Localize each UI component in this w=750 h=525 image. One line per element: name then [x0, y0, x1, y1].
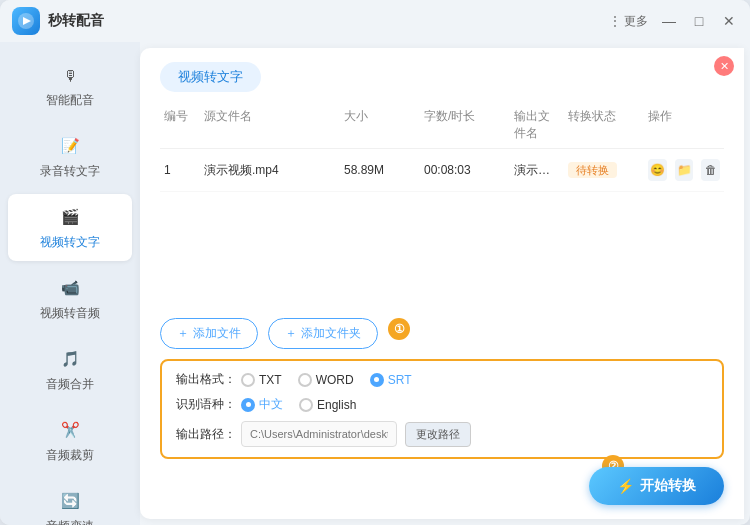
sidebar-label-video-to-audio: 视频转音频: [40, 305, 100, 322]
txt-label: TXT: [259, 373, 282, 387]
add-file-button[interactable]: ＋ 添加文件: [160, 318, 258, 349]
format-txt[interactable]: TXT: [241, 373, 282, 387]
srt-radio[interactable]: [370, 373, 384, 387]
status-badge: 待转换: [568, 162, 617, 178]
cell-duration: 00:08:03: [420, 163, 510, 177]
action-icons-group: 😊 📁 🗑: [648, 159, 720, 181]
settings-format-row: 输出格式： TXT WORD SRT: [176, 371, 708, 388]
window-close-button[interactable]: ✕: [720, 12, 738, 30]
sidebar-label-audio-merge: 音频合并: [46, 376, 94, 393]
titlebar-controls: ⋮ 更多 — □ ✕: [609, 12, 738, 30]
ai-dubbing-icon: 🎙: [57, 62, 83, 88]
active-tab[interactable]: 视频转文字: [160, 62, 261, 92]
lang-radio-group: 中文 English: [241, 396, 356, 413]
lang-label: 识别语种：: [176, 396, 241, 413]
add-folder-plus-icon: ＋: [285, 325, 297, 342]
settings-panel: 输出格式： TXT WORD SRT: [160, 359, 724, 459]
sidebar-item-audio-trim[interactable]: ✂️ 音频裁剪: [8, 407, 132, 474]
cell-actions: 😊 📁 🗑: [644, 159, 724, 181]
add-folder-button[interactable]: ＋ 添加文件夹: [268, 318, 378, 349]
add-file-plus-icon: ＋: [177, 325, 189, 342]
content-header: 视频转文字: [140, 48, 744, 92]
chinese-label: 中文: [259, 396, 283, 413]
table-area: 编号 源文件名 大小 字数/时长 输出文件名 转换状态 操作 1 演示视频.mp…: [140, 92, 744, 310]
cell-id: 1: [160, 163, 200, 177]
col-header-actions: 操作: [644, 108, 724, 142]
english-label: English: [317, 398, 356, 412]
col-header-source: 源文件名: [200, 108, 340, 142]
start-label: 开始转换: [640, 477, 696, 495]
col-header-size: 大小: [340, 108, 420, 142]
settings-lang-row: 识别语种： 中文 English: [176, 396, 708, 413]
srt-label: SRT: [388, 373, 412, 387]
badge-1: ①: [388, 318, 410, 340]
cell-status: 待转换: [564, 163, 644, 178]
more-icon: ⋮: [609, 14, 621, 28]
txt-radio[interactable]: [241, 373, 255, 387]
app-window: 秒转配音 ⋮ 更多 — □ ✕ 🎙 智能配音 📝 录音转文字 🎬 视频转: [0, 0, 750, 525]
col-header-duration: 字数/时长: [420, 108, 510, 142]
sidebar-item-audio-speed[interactable]: 🔄 音频变速: [8, 478, 132, 525]
add-folder-label: 添加文件夹: [301, 325, 361, 342]
content-area: ✕ 视频转文字 编号 源文件名 大小 字数/时长 输出文件名 转换状态 操作 1: [140, 48, 744, 519]
path-label: 输出路径：: [176, 426, 241, 443]
more-button[interactable]: ⋮ 更多: [609, 13, 648, 30]
titlebar: 秒转配音 ⋮ 更多 — □ ✕: [0, 0, 750, 42]
audio-trim-icon: ✂️: [57, 417, 83, 443]
start-convert-button[interactable]: ⚡ 开始转换: [589, 467, 724, 505]
sidebar-label-video-to-text: 视频转文字: [40, 234, 100, 251]
cell-size: 58.89M: [340, 163, 420, 177]
app-logo: [12, 7, 40, 35]
sidebar-item-video-to-audio[interactable]: 📹 视频转音频: [8, 265, 132, 332]
sidebar-label-audio-to-text: 录音转文字: [40, 163, 100, 180]
format-srt[interactable]: SRT: [370, 373, 412, 387]
table-row: 1 演示视频.mp4 58.89M 00:08:03 演示视频-秒转配音-166…: [160, 149, 724, 192]
sidebar-label-audio-speed: 音频变速: [46, 518, 94, 525]
path-input-row: 更改路径: [241, 421, 471, 447]
cell-output: 演示视频-秒转配音-16620...: [510, 162, 564, 179]
settings-path-row: 输出路径： 更改路径: [176, 421, 708, 447]
preview-button[interactable]: 😊: [648, 159, 667, 181]
main-layout: 🎙 智能配音 📝 录音转文字 🎬 视频转文字 📹 视频转音频 🎵 音频合并 ✂️: [0, 42, 750, 525]
content-close-button[interactable]: ✕: [714, 56, 734, 76]
sidebar-item-ai-dubbing[interactable]: 🎙 智能配音: [8, 52, 132, 119]
sidebar-item-audio-to-text[interactable]: 📝 录音转文字: [8, 123, 132, 190]
lang-chinese[interactable]: 中文: [241, 396, 283, 413]
more-label: 更多: [624, 13, 648, 30]
minimize-button[interactable]: —: [660, 12, 678, 30]
word-label: WORD: [316, 373, 354, 387]
format-radio-group: TXT WORD SRT: [241, 373, 411, 387]
path-input[interactable]: [241, 421, 397, 447]
format-word[interactable]: WORD: [298, 373, 354, 387]
chinese-radio[interactable]: [241, 398, 255, 412]
table-header: 编号 源文件名 大小 字数/时长 输出文件名 转换状态 操作: [160, 102, 724, 149]
word-radio[interactable]: [298, 373, 312, 387]
english-radio[interactable]: [299, 398, 313, 412]
audio-merge-icon: 🎵: [57, 346, 83, 372]
sidebar-item-audio-merge[interactable]: 🎵 音频合并: [8, 336, 132, 403]
video-to-audio-icon: 📹: [57, 275, 83, 301]
col-header-status: 转换状态: [564, 108, 644, 142]
format-label: 输出格式：: [176, 371, 241, 388]
lang-english[interactable]: English: [299, 398, 356, 412]
bottom-toolbar: ＋ 添加文件 ＋ 添加文件夹 ①: [140, 310, 744, 353]
open-folder-button[interactable]: 📁: [675, 159, 694, 181]
sidebar: 🎙 智能配音 📝 录音转文字 🎬 视频转文字 📹 视频转音频 🎵 音频合并 ✂️: [0, 42, 140, 525]
sidebar-item-video-to-text[interactable]: 🎬 视频转文字: [8, 194, 132, 261]
audio-to-text-icon: 📝: [57, 133, 83, 159]
audio-speed-icon: 🔄: [57, 488, 83, 514]
sidebar-label-ai-dubbing: 智能配音: [46, 92, 94, 109]
col-header-output: 输出文件名: [510, 108, 564, 142]
sidebar-label-audio-trim: 音频裁剪: [46, 447, 94, 464]
cell-source: 演示视频.mp4: [200, 162, 340, 179]
col-header-id: 编号: [160, 108, 200, 142]
change-path-button[interactable]: 更改路径: [405, 422, 471, 447]
video-to-text-icon: 🎬: [57, 204, 83, 230]
maximize-button[interactable]: □: [690, 12, 708, 30]
delete-button[interactable]: 🗑: [701, 159, 720, 181]
start-icon: ⚡: [617, 478, 634, 494]
add-file-label: 添加文件: [193, 325, 241, 342]
app-title: 秒转配音: [48, 12, 609, 30]
